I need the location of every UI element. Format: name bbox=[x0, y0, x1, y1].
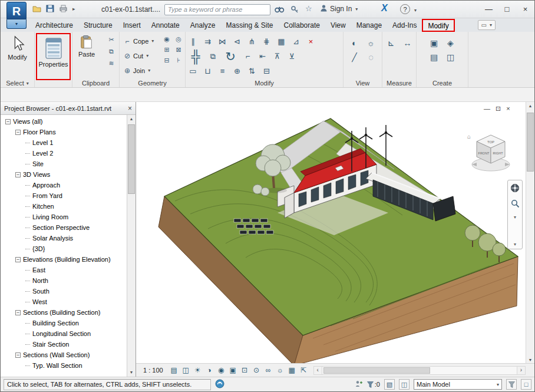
tree-item-sections-building-section[interactable]: −Sections (Building Section) bbox=[1, 307, 127, 318]
tree-item-sections-wall-section[interactable]: −Sections (Wall Section) bbox=[1, 350, 127, 360]
lock-3d-view-icon[interactable]: ⊙ bbox=[252, 366, 262, 374]
tree-item-typ-wall-section[interactable]: Typ. Wall Section bbox=[1, 360, 127, 371]
split-element-icon[interactable]: ⋔ bbox=[247, 37, 257, 46]
combo-arrow-icon[interactable]: ▾ bbox=[497, 382, 499, 387]
join-dropdown-icon[interactable]: ▾ bbox=[148, 68, 150, 73]
steering-wheel-icon[interactable] bbox=[510, 183, 520, 195]
tree-item-floor-plans[interactable]: −Floor Plans bbox=[1, 127, 127, 137]
navigation-bar[interactable]: ▾ ▾ bbox=[507, 180, 523, 249]
unjoin-icon[interactable]: ⊟ bbox=[262, 67, 272, 75]
wall-opening-icon[interactable]: ▭ bbox=[188, 67, 198, 75]
properties-button[interactable]: Properties bbox=[39, 37, 68, 68]
search-icon[interactable] bbox=[275, 5, 285, 13]
visual-style-icon[interactable]: ◫ bbox=[181, 366, 191, 374]
tree-expander-icon[interactable]: − bbox=[15, 353, 21, 358]
scroll-up-icon[interactable]: ▲ bbox=[127, 115, 136, 123]
selection-filter[interactable]: :0 bbox=[367, 381, 380, 388]
vertical-scrollbar[interactable]: ▲ ▼ bbox=[526, 102, 534, 364]
favorites-star-icon[interactable]: ☆ bbox=[305, 4, 312, 13]
cut-icon[interactable]: ✂ bbox=[107, 36, 116, 44]
tree-expander-icon[interactable]: − bbox=[15, 257, 21, 262]
tab-manage[interactable]: Manage bbox=[351, 19, 387, 32]
delete-icon[interactable]: × bbox=[306, 37, 316, 46]
override-graphics-icon[interactable]: ◐ bbox=[348, 38, 361, 48]
select-dropdown-icon[interactable]: ▾ bbox=[27, 81, 29, 86]
cut-dropdown-icon[interactable]: ▾ bbox=[146, 53, 148, 58]
subscription-key-icon[interactable] bbox=[290, 5, 299, 13]
show-crop-region-icon[interactable]: ⊡ bbox=[240, 366, 250, 374]
trim-extend-corner-icon[interactable]: ⌐ bbox=[243, 52, 253, 61]
hide-in-view-icon[interactable]: ☼ bbox=[365, 38, 378, 48]
save-button[interactable] bbox=[46, 5, 54, 12]
tree-item-living-room[interactable]: Living Room bbox=[1, 212, 127, 222]
panel-label-select[interactable]: Select▾ bbox=[1, 80, 34, 87]
displacement-icon[interactable]: ⇱ bbox=[299, 366, 309, 374]
scroll-up-icon[interactable]: ▲ bbox=[526, 102, 534, 110]
tree-item-east[interactable]: East bbox=[1, 265, 127, 275]
editing-requests-icon[interactable] bbox=[355, 380, 363, 388]
design-options-icon[interactable]: ◫ bbox=[399, 379, 409, 390]
minimize-button[interactable]: — bbox=[480, 1, 498, 18]
tree-item-solar-analysis[interactable]: Solar Analysis bbox=[1, 233, 127, 243]
wall-joins-icon[interactable]: ⊞ bbox=[162, 46, 171, 54]
view-restore-icon[interactable]: ⊡ bbox=[496, 105, 501, 113]
viewcube[interactable]: TOP FRONT RIGHT ⌂ bbox=[465, 128, 516, 179]
paste-button[interactable]: Paste bbox=[76, 35, 97, 58]
tree-item-level-2[interactable]: Level 2 bbox=[1, 148, 127, 159]
tree-item-level-1[interactable]: Level 1 bbox=[1, 137, 127, 148]
scrollbar-thumb[interactable] bbox=[527, 113, 534, 172]
worksets-toggle-icon[interactable]: ▧ bbox=[384, 379, 395, 390]
home-icon[interactable]: ⌂ bbox=[467, 133, 471, 140]
open-button[interactable] bbox=[32, 5, 41, 12]
project-browser-close-icon[interactable]: × bbox=[128, 104, 132, 113]
close-button[interactable]: × bbox=[516, 1, 534, 18]
tree-item-3d-views[interactable]: −3D Views bbox=[1, 169, 127, 180]
linework-icon[interactable]: ╱ bbox=[348, 52, 361, 62]
rotate-icon[interactable]: ↻ bbox=[223, 50, 238, 64]
ribbon-cycle-arrow-icon[interactable]: ▾ bbox=[490, 22, 492, 28]
worksharing-icon[interactable] bbox=[215, 379, 224, 390]
tree-item-views-all[interactable]: −Views (all) bbox=[1, 116, 127, 127]
paint-icon[interactable]: ◉ bbox=[162, 35, 171, 43]
maximize-button[interactable]: □ bbox=[498, 1, 516, 18]
drawing-area[interactable]: — ⊡ × TOP FRONT RIGHT ⌂ ▾ ▾ bbox=[136, 102, 534, 377]
swap-join-order-icon[interactable]: ⇅ bbox=[247, 67, 257, 75]
join-geometry-icon[interactable]: ⊕ bbox=[232, 67, 242, 75]
tree-item-north[interactable]: North bbox=[1, 275, 127, 286]
scale-button[interactable]: 1 : 100 bbox=[140, 366, 167, 374]
tab-structure[interactable]: Structure bbox=[78, 19, 118, 32]
crop-view-icon[interactable]: ▣ bbox=[228, 366, 238, 374]
create-group-icon[interactable]: ▣ bbox=[428, 38, 441, 48]
remove-paint-icon[interactable]: ◎ bbox=[174, 35, 183, 43]
app-menu-arrow-icon[interactable]: ▾ bbox=[6, 19, 27, 29]
cope-dropdown-icon[interactable]: ▾ bbox=[151, 38, 154, 44]
demolish-icon[interactable]: ⊠ bbox=[174, 46, 183, 54]
match-type-properties-icon[interactable]: ≋ bbox=[107, 60, 116, 67]
tree-expander-icon[interactable]: − bbox=[15, 172, 21, 177]
sign-in-button[interactable]: Sign In ▾ bbox=[320, 4, 358, 14]
aligned-dimension-icon[interactable]: ↔ bbox=[401, 38, 414, 48]
scrollbar-thumb[interactable] bbox=[128, 124, 135, 194]
tree-item-approach[interactable]: Approach bbox=[1, 180, 127, 190]
scale-icon[interactable]: ⊿ bbox=[291, 37, 301, 46]
scroll-down-icon[interactable]: ▼ bbox=[127, 368, 136, 377]
tree-item-elevations-building-elevation[interactable]: −Elevations (Building Elevation) bbox=[1, 254, 127, 265]
exchange-apps-icon[interactable]: X bbox=[381, 3, 388, 14]
reveal-hidden-elements-icon[interactable]: ☼ bbox=[275, 366, 285, 374]
array-icon[interactable]: ▦ bbox=[276, 37, 286, 46]
tree-item-west[interactable]: West bbox=[1, 297, 127, 307]
sign-in-arrow-icon[interactable]: ▾ bbox=[355, 6, 358, 12]
detail-level-icon[interactable]: ▤ bbox=[169, 366, 179, 374]
join-button[interactable]: ⊕Join▾ bbox=[120, 63, 185, 78]
scrollbar-thumb[interactable] bbox=[323, 367, 431, 374]
trim-extend-single-icon[interactable]: ⇤ bbox=[257, 52, 268, 61]
ribbon-display-toggle[interactable]: ▭ ▾ bbox=[478, 20, 496, 30]
zoom-icon[interactable] bbox=[511, 199, 520, 210]
copy-icon[interactable]: ⧉ bbox=[208, 52, 218, 61]
scroll-right-icon[interactable]: › bbox=[517, 366, 526, 375]
create-parts-icon[interactable]: ◫ bbox=[444, 52, 457, 62]
tab-view[interactable]: View bbox=[325, 19, 351, 32]
print-button[interactable] bbox=[59, 5, 68, 12]
tree-item-stair-section[interactable]: Stair Section bbox=[1, 339, 127, 350]
scrollbar-track[interactable] bbox=[322, 366, 517, 375]
